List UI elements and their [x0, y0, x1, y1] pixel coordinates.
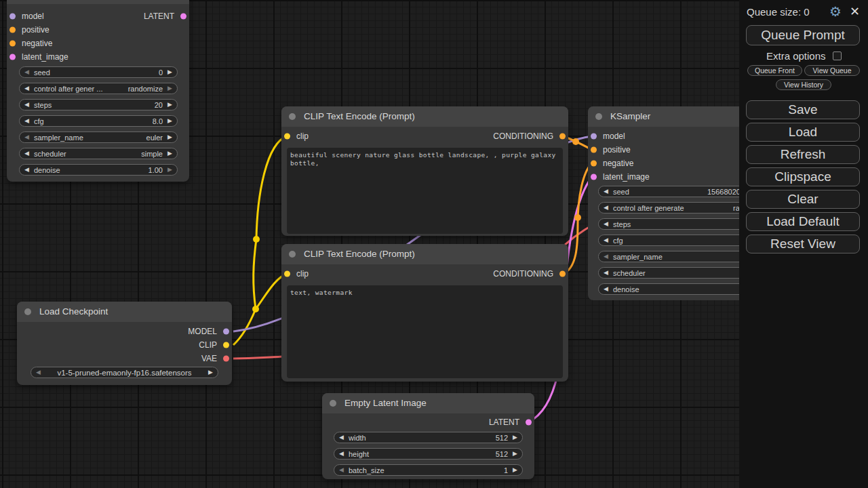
- node-title-bar[interactable]: Load Checkpoint: [17, 302, 232, 322]
- conditioning-output-port[interactable]: [559, 134, 566, 140]
- height-widget[interactable]: ◀height512▶: [334, 448, 523, 460]
- control-after-generate-widget[interactable]: ◀control after generaterandomize▶: [598, 202, 739, 214]
- node-ksampler-right: KSamplermodelpositivenegativelatent_imag…: [588, 106, 739, 300]
- view-queue-button[interactable]: View Queue: [804, 65, 860, 76]
- decrement-arrow-icon[interactable]: ◀: [24, 132, 29, 142]
- refresh-button[interactable]: Refresh: [746, 145, 860, 164]
- clip-input-port[interactable]: [284, 271, 290, 277]
- decrement-arrow-icon[interactable]: ◀: [604, 268, 608, 278]
- queue-front-button[interactable]: Queue Front: [747, 65, 802, 76]
- increment-arrow-icon[interactable]: ▶: [167, 148, 172, 159]
- denoise-widget[interactable]: ◀denoise1.00▶: [19, 164, 178, 176]
- clear-button[interactable]: Clear: [746, 190, 860, 209]
- control-after-gener-widget[interactable]: ◀control after gener ...randomize▶: [19, 83, 178, 94]
- negative-input-port[interactable]: [591, 161, 597, 167]
- load-button[interactable]: Load: [746, 123, 860, 142]
- widget-value: 20: [155, 100, 163, 110]
- vae-output-port[interactable]: [223, 356, 229, 362]
- latent_image-input-port[interactable]: [9, 54, 16, 60]
- view-history-button[interactable]: View History: [776, 79, 831, 90]
- latent_image-input-port[interactable]: [591, 174, 597, 180]
- input-label: latent_image: [22, 50, 68, 64]
- extra-options-label: Extra options: [766, 50, 826, 62]
- model-input-port[interactable]: [591, 134, 597, 140]
- positive-input-port[interactable]: [591, 147, 597, 153]
- combo-widget[interactable]: ◀v1-5-pruned-emaonly-fp16.safetensors▶: [31, 367, 218, 378]
- load-default-button[interactable]: Load Default: [746, 212, 860, 231]
- io-row: negative: [588, 157, 739, 170]
- increment-arrow-icon[interactable]: ▶: [167, 83, 172, 94]
- latent-output-port[interactable]: [526, 420, 532, 426]
- clipspace-button[interactable]: Clipspace: [746, 167, 860, 186]
- collapse-dot-icon[interactable]: [289, 251, 296, 258]
- collapse-dot-icon[interactable]: [595, 113, 602, 120]
- node-title-bar[interactable]: KSampler: [588, 106, 739, 127]
- increment-arrow-icon[interactable]: ▶: [513, 465, 517, 475]
- decrement-arrow-icon[interactable]: ◀: [24, 116, 29, 126]
- prompt-text-area[interactable]: text, watermark: [287, 285, 563, 378]
- widget-value: 1566802087: [707, 186, 739, 197]
- node-title-bar[interactable]: CLIP Text Encode (Prompt): [281, 244, 568, 264]
- widget-value: 1: [504, 465, 508, 476]
- decrement-arrow-icon[interactable]: ◀: [24, 148, 29, 159]
- conditioning-output-port[interactable]: [559, 271, 566, 277]
- decrement-arrow-icon[interactable]: ◀: [24, 100, 29, 110]
- steps-widget[interactable]: ◀steps▶: [598, 218, 739, 230]
- graph-canvas[interactable]: KSamplermodelLATENTpositivenegativelaten…: [0, 0, 868, 488]
- positive-input-port[interactable]: [9, 27, 16, 33]
- width-widget[interactable]: ◀width512▶: [334, 432, 523, 443]
- decrement-arrow-icon[interactable]: ◀: [604, 219, 608, 229]
- increment-arrow-icon[interactable]: ▶: [167, 67, 172, 77]
- cfg-widget[interactable]: ◀cfg▶: [598, 235, 739, 246]
- decrement-arrow-icon[interactable]: ◀: [24, 165, 29, 175]
- sampler-name-widget[interactable]: ◀sampler_name▶: [598, 251, 739, 262]
- decrement-arrow-icon[interactable]: ◀: [339, 432, 344, 443]
- extra-options-checkbox[interactable]: [833, 52, 842, 60]
- scheduler-widget[interactable]: ◀schedulernormal▶: [598, 267, 739, 279]
- seed-widget[interactable]: ◀seed1566802087▶: [598, 186, 739, 197]
- decrement-arrow-icon[interactable]: ◀: [604, 203, 608, 213]
- increment-arrow-icon[interactable]: ▶: [167, 100, 172, 110]
- clip-input-port[interactable]: [284, 134, 290, 140]
- decrement-arrow-icon[interactable]: ◀: [604, 235, 608, 245]
- steps-widget[interactable]: ◀steps20▶: [19, 99, 178, 110]
- decrement-arrow-icon[interactable]: ◀: [24, 83, 29, 94]
- increment-arrow-icon[interactable]: ▶: [513, 449, 517, 459]
- increment-arrow-icon[interactable]: ▶: [167, 116, 172, 126]
- sampler-name-widget[interactable]: ◀sampler_nameeuler▶: [19, 131, 178, 143]
- decrement-arrow-icon[interactable]: ◀: [339, 449, 344, 459]
- node-title-bar[interactable]: CLIP Text Encode (Prompt): [281, 106, 568, 127]
- node-title-bar[interactable]: Empty Latent Image: [322, 393, 534, 413]
- queue-prompt-button[interactable]: Queue Prompt: [746, 25, 860, 45]
- batch-size-widget[interactable]: ◀batch_size1▶: [334, 464, 523, 476]
- node-title-bar[interactable]: KSampler: [7, 0, 189, 4]
- clip-output-port[interactable]: [223, 342, 229, 348]
- decrement-arrow-icon[interactable]: ◀: [339, 465, 344, 475]
- model-output-port[interactable]: [223, 329, 229, 335]
- settings-gear-icon[interactable]: ⚙: [829, 3, 842, 20]
- increment-arrow-icon[interactable]: ▶: [167, 165, 172, 175]
- scheduler-widget[interactable]: ◀schedulersimple▶: [19, 148, 178, 159]
- negative-input-port[interactable]: [9, 41, 16, 47]
- output-label: CONDITIONING: [493, 267, 553, 281]
- decrement-arrow-icon[interactable]: ◀: [604, 251, 608, 262]
- collapse-dot-icon[interactable]: [24, 308, 31, 315]
- decrement-arrow-icon[interactable]: ◀: [604, 186, 608, 197]
- collapse-dot-icon[interactable]: [330, 400, 336, 407]
- cfg-widget[interactable]: ◀cfg8.0▶: [19, 115, 178, 127]
- increment-arrow-icon[interactable]: ▶: [167, 132, 172, 142]
- decrement-arrow-icon[interactable]: ◀: [36, 367, 41, 378]
- seed-widget[interactable]: ◀seed0▶: [19, 66, 178, 78]
- latent-output-port[interactable]: [180, 14, 186, 20]
- save-button[interactable]: Save: [746, 100, 860, 119]
- decrement-arrow-icon[interactable]: ◀: [604, 284, 608, 294]
- increment-arrow-icon[interactable]: ▶: [208, 367, 213, 378]
- close-icon[interactable]: ✕: [850, 4, 860, 19]
- increment-arrow-icon[interactable]: ▶: [513, 432, 517, 443]
- denoise-widget[interactable]: ◀denoise▶: [598, 283, 739, 295]
- prompt-text-area[interactable]: beautiful scenery nature glass bottle la…: [287, 148, 563, 234]
- collapse-dot-icon[interactable]: [289, 113, 296, 120]
- decrement-arrow-icon[interactable]: ◀: [24, 67, 29, 77]
- reset-view-button[interactable]: Reset View: [746, 235, 860, 253]
- model-input-port[interactable]: [9, 14, 16, 20]
